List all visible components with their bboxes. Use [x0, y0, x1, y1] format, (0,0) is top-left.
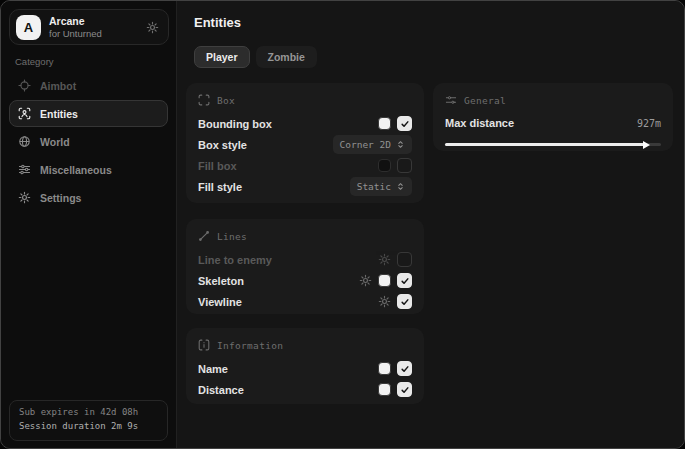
category-label: Category: [15, 56, 54, 67]
row-label: Viewline: [198, 296, 242, 308]
logo-card: A Arcane for Unturned: [9, 9, 169, 45]
page-title: Entities: [194, 15, 241, 30]
max-distance-row: Max distance 927m: [445, 113, 661, 133]
sidebar-item-label: Miscellaneous: [40, 164, 112, 176]
box-corners-icon: [198, 94, 210, 106]
slider-thumb[interactable]: [643, 141, 650, 149]
distance-checkbox[interactable]: [397, 382, 412, 397]
sliders-icon: [445, 94, 457, 106]
sidebar-item-label: Entities: [40, 108, 78, 120]
sidebar-item-aimbot[interactable]: Aimbot: [9, 72, 168, 99]
skeleton-row: Skeleton: [198, 270, 412, 291]
check-icon: [400, 364, 410, 374]
sidebar-item-world[interactable]: World: [9, 128, 168, 155]
sidebar-item-settings[interactable]: Settings: [9, 184, 168, 211]
person-scan-icon: [18, 107, 31, 120]
sidebar-nav: Aimbot Entities World Miscellaneous: [9, 72, 168, 212]
bounding-box-checkbox[interactable]: [397, 116, 412, 131]
fill-style-dropdown[interactable]: Static: [350, 177, 412, 196]
line-to-enemy-row: Line to enemy: [198, 249, 412, 270]
crosshair-icon: [18, 79, 31, 92]
skeleton-color-swatch[interactable]: [378, 274, 391, 287]
name-row: Name: [198, 358, 412, 379]
row-label: Distance: [198, 384, 244, 396]
panel-title: Box: [217, 95, 235, 106]
line-to-enemy-checkbox[interactable]: [397, 252, 412, 267]
check-icon: [400, 276, 410, 286]
check-icon: [400, 119, 410, 129]
line-to-enemy-settings-gear-icon[interactable]: [378, 253, 391, 266]
viewline-checkbox[interactable]: [397, 294, 412, 309]
gear-icon: [18, 191, 31, 204]
name-color-swatch[interactable]: [378, 362, 391, 375]
max-distance-slider[interactable]: [445, 140, 661, 148]
app-subtitle: for Unturned: [49, 28, 102, 40]
viewline-settings-gear-icon[interactable]: [378, 295, 391, 308]
main-content: Entities Player Zombie Box Bounding box: [178, 1, 684, 448]
panel-title: Lines: [217, 231, 247, 242]
app-title-block: Arcane for Unturned: [49, 15, 102, 40]
sidebar-item-label: World: [40, 136, 70, 148]
sidebar-item-entities[interactable]: Entities: [9, 100, 168, 127]
chevrons-up-down-icon: [396, 182, 405, 191]
skeleton-settings-gear-icon[interactable]: [359, 274, 372, 287]
general-panel-header: General: [445, 92, 661, 108]
row-label: Box style: [198, 139, 247, 151]
dropdown-value: Corner 2D: [340, 139, 391, 150]
max-distance-value: 927m: [637, 118, 661, 129]
globe-icon: [18, 135, 31, 148]
app-logo: A: [16, 15, 41, 40]
fill-style-row: Fill style Static: [198, 176, 412, 197]
session-duration-text: Session duration 2m 9s: [19, 420, 158, 434]
lines-panel-header: Lines: [198, 228, 412, 244]
distance-row: Distance: [198, 379, 412, 400]
box-panel-header: Box: [198, 92, 412, 108]
bounding-box-row: Bounding box: [198, 113, 412, 134]
sidebar-item-label: Settings: [40, 192, 81, 204]
tab-zombie[interactable]: Zombie: [256, 46, 317, 68]
sidebar-item-label: Aimbot: [40, 80, 76, 92]
box-panel: Box Bounding box Box style Corner 2D: [186, 83, 424, 203]
box-style-row: Box style Corner 2D: [198, 134, 412, 155]
app-window: A Arcane for Unturned Category Aimbot: [0, 0, 685, 449]
dropdown-value: Static: [357, 181, 391, 192]
check-icon: [400, 385, 410, 395]
slider-fill: [445, 143, 644, 146]
sidebar: A Arcane for Unturned Category Aimbot: [1, 1, 177, 448]
viewline-row: Viewline: [198, 291, 412, 312]
fill-box-checkbox[interactable]: [397, 158, 412, 173]
chevrons-up-down-icon: [396, 140, 405, 149]
name-checkbox[interactable]: [397, 361, 412, 376]
subscription-status: Sub expires in 42d 08h Session duration …: [9, 400, 168, 441]
panel-title: General: [464, 95, 506, 106]
row-label: Name: [198, 363, 228, 375]
fill-box-color-swatch[interactable]: [378, 159, 391, 172]
general-panel: General Max distance 927m: [433, 83, 673, 151]
row-label: Fill box: [198, 160, 237, 172]
information-panel-header: Information: [198, 337, 412, 353]
info-icon: [198, 339, 210, 351]
tab-label: Zombie: [268, 51, 305, 63]
tab-label: Player: [206, 51, 238, 63]
gear-icon[interactable]: [146, 21, 159, 34]
entity-tabs: Player Zombie: [194, 46, 317, 68]
sub-expires-text: Sub expires in 42d 08h: [19, 406, 158, 420]
check-icon: [400, 297, 410, 307]
bounding-box-color-swatch[interactable]: [378, 117, 391, 130]
sliders-icon: [18, 163, 31, 176]
box-style-dropdown[interactable]: Corner 2D: [333, 135, 412, 154]
row-label: Skeleton: [198, 275, 244, 287]
row-label: Max distance: [445, 117, 514, 129]
row-label: Fill style: [198, 181, 242, 193]
line-icon: [198, 230, 210, 242]
panel-title: Information: [217, 340, 283, 351]
distance-color-swatch[interactable]: [378, 383, 391, 396]
row-label: Bounding box: [198, 118, 272, 130]
information-panel: Information Name Distance: [186, 328, 424, 404]
lines-panel: Lines Line to enemy Skeleton Viewline: [186, 219, 424, 314]
skeleton-checkbox[interactable]: [397, 273, 412, 288]
tab-player[interactable]: Player: [194, 46, 250, 68]
app-name: Arcane: [49, 15, 102, 28]
row-label: Line to enemy: [198, 254, 272, 266]
sidebar-item-miscellaneous[interactable]: Miscellaneous: [9, 156, 168, 183]
